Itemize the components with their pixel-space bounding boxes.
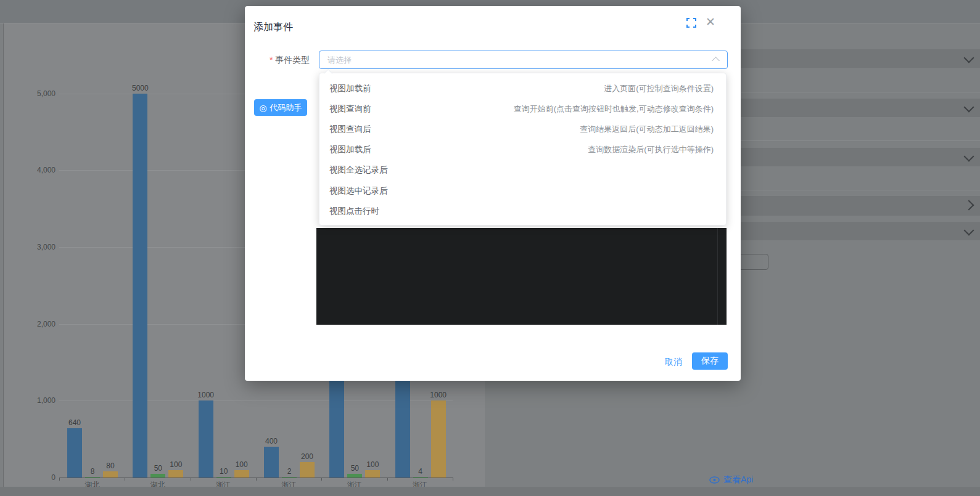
dropdown-option[interactable]: 视图加载前进入页面(可控制查询条件设置) — [319, 78, 726, 99]
y-axis-tick-label: 2,000 — [19, 320, 56, 328]
bar-value-label: 100 — [162, 460, 189, 469]
bottom-strip — [0, 487, 980, 496]
chevron-down-icon — [964, 152, 974, 162]
bar — [234, 470, 249, 478]
field-label-wrap: * 事件类型 — [270, 55, 310, 66]
bar — [216, 477, 231, 478]
gridline — [59, 400, 453, 401]
bar-value-label: 200 — [294, 452, 321, 461]
chevron-down-icon — [964, 226, 974, 236]
bar-value-label: 1000 — [425, 391, 452, 399]
bar-value-label: 5000 — [126, 84, 154, 92]
bar — [168, 470, 183, 478]
field-label: 事件类型 — [275, 55, 310, 65]
bar-value-label: 400 — [258, 437, 285, 445]
x-axis-tick — [125, 478, 125, 481]
chevron-down-icon — [964, 102, 974, 113]
option-label: 视图加载后 — [329, 144, 371, 155]
option-description: 进入页面(可控制查询条件设置) — [604, 83, 714, 94]
option-label: 视图选中记录后 — [329, 185, 388, 197]
option-label: 视图加载前 — [329, 83, 371, 94]
option-description: 查询数据渲染后(可执行选中等操作) — [588, 144, 714, 155]
bar — [133, 94, 147, 478]
bar — [199, 400, 213, 478]
dropdown-option[interactable]: 视图全选记录后 — [319, 160, 726, 181]
bar-value-label: 2 — [276, 467, 303, 476]
dropdown-option[interactable]: 视图选中记录后 — [319, 181, 726, 201]
bar — [300, 462, 315, 478]
view-api-label: 查看Api — [723, 474, 753, 486]
view-api-link: 查看Api — [709, 474, 753, 486]
bar-value-label: 100 — [228, 460, 255, 469]
bar-value-label: 4 — [407, 467, 434, 476]
bar — [85, 477, 100, 478]
event-type-dropdown: 视图加载前进入页面(可控制查询条件设置)视图查询前查询开始前(点击查询按钮时也触… — [319, 73, 727, 226]
event-type-select[interactable]: 请选择 — [319, 51, 728, 69]
bar — [413, 477, 428, 478]
dropdown-option[interactable]: 视图加载后查询数据渲染后(可执行选中等操作) — [319, 140, 726, 160]
cancel-button[interactable]: 取消 — [659, 354, 688, 370]
option-description: 查询开始前(点击查询按钮时也触发,可动态修改查询条件) — [514, 104, 714, 115]
bar — [365, 470, 380, 478]
x-axis-tick — [453, 478, 453, 481]
bar-value-label: 1000 — [192, 391, 220, 399]
dialog-title: 添加事件 — [253, 21, 293, 34]
bar — [150, 474, 165, 478]
code-assistant-button[interactable]: ◎ 代码助手 — [254, 99, 307, 116]
dropdown-option[interactable]: 视图查询前查询开始前(点击查询按钮时也触发,可动态修改查询条件) — [319, 99, 726, 119]
close-icon[interactable]: ✕ — [706, 17, 715, 28]
bar — [347, 474, 362, 478]
bar-value-label: 80 — [97, 461, 124, 470]
page: 01,0002,0003,0004,0005,000湖北湖北浙江浙江浙江浙江64… — [0, 0, 980, 496]
eye-icon — [709, 476, 720, 484]
option-label: 视图查询前 — [329, 104, 371, 115]
code-assistant-label: 代码助手 — [270, 102, 302, 113]
bar-value-label: 100 — [359, 460, 386, 469]
dropdown-option[interactable]: 视图查询后查询结果返回后(可动态加工返回结果) — [319, 119, 726, 139]
bar-value-label: 640 — [61, 418, 88, 427]
y-axis-tick-label: 1,000 — [19, 396, 56, 405]
fullscreen-icon[interactable] — [686, 18, 698, 29]
chevron-up-icon — [712, 57, 720, 65]
chevron-down-icon — [964, 53, 974, 63]
code-editor[interactable] — [316, 228, 727, 325]
y-axis-tick-label: 3,000 — [19, 243, 56, 251]
option-label: 视图点击行时 — [329, 206, 379, 217]
option-label: 视图全选记录后 — [329, 165, 388, 176]
code-assistant-icon: ◎ — [259, 104, 266, 112]
editor-minimap-divider — [717, 228, 718, 325]
option-label: 视图查询后 — [329, 124, 371, 135]
option-description: 查询结果返回后(可动态加工返回结果) — [580, 124, 714, 135]
chevron-right-icon — [964, 200, 974, 211]
x-axis-tick — [256, 478, 257, 481]
x-axis-tick — [321, 478, 322, 481]
save-button[interactable]: 保存 — [692, 352, 728, 370]
y-axis-tick-label: 4,000 — [19, 166, 56, 174]
bar — [103, 471, 118, 478]
bar — [282, 477, 297, 478]
required-mark: * — [270, 55, 273, 65]
y-axis-tick-label: 0 — [19, 473, 56, 482]
bar — [431, 400, 446, 478]
x-axis-tick — [191, 478, 191, 481]
x-axis-tick — [387, 478, 388, 481]
y-axis-tick-label: 5,000 — [19, 89, 56, 98]
x-axis-tick — [59, 478, 60, 481]
select-placeholder: 请选择 — [327, 55, 352, 66]
dropdown-option[interactable]: 视图点击行时 — [319, 201, 726, 221]
